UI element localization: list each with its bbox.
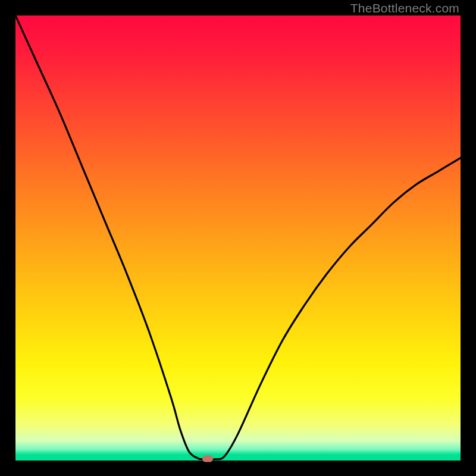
watermark-text: TheBottleneck.com bbox=[350, 1, 459, 15]
plot-area bbox=[15, 15, 461, 461]
optimum-marker bbox=[202, 456, 213, 462]
chart-frame: TheBottleneck.com bbox=[0, 0, 476, 476]
bottleneck-curve bbox=[15, 15, 461, 461]
